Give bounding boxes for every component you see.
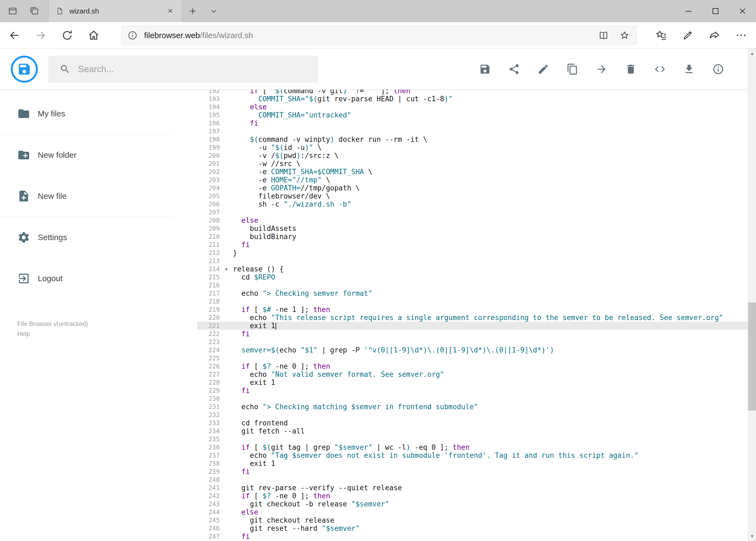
line-number[interactable]: 244	[197, 508, 220, 516]
line-number[interactable]: 199	[197, 144, 220, 152]
home-button[interactable]	[81, 22, 107, 49]
line-number[interactable]: 208	[197, 216, 220, 225]
code-line-228[interactable]: 228 exit 1	[197, 378, 748, 386]
code-line-220[interactable]: 220 echo "This release script requires a…	[197, 313, 748, 322]
code-line-232[interactable]: 232	[197, 411, 748, 419]
share-button[interactable]	[508, 63, 520, 75]
help-link[interactable]: Help	[17, 330, 30, 337]
code-line-211[interactable]: 211 fi	[197, 241, 748, 249]
code-line-192[interactable]: 192 if [ "$(command -v git)" != "" ]; th…	[197, 90, 748, 95]
code-line-241[interactable]: 241 git rev-parse --verify --quiet relea…	[197, 484, 748, 492]
line-number[interactable]: 227	[197, 370, 220, 378]
line-number[interactable]: 197	[197, 127, 220, 135]
code-line-234[interactable]: 234 git fetch --all	[197, 427, 748, 435]
line-number[interactable]: 204	[197, 184, 220, 192]
line-number[interactable]: 246	[197, 524, 220, 532]
tab-list-button[interactable]	[203, 0, 224, 22]
code-line-194[interactable]: 194 else	[197, 103, 748, 111]
code-line-221[interactable]: 221 exit 1	[197, 322, 748, 330]
line-number[interactable]: 232	[197, 411, 220, 419]
line-number[interactable]: 236	[197, 443, 220, 451]
code-line-240[interactable]: 240	[197, 476, 748, 484]
code-line-197[interactable]: 197	[197, 127, 748, 135]
line-number[interactable]: 212	[197, 249, 220, 257]
copy-button[interactable]	[567, 63, 579, 75]
line-number[interactable]: 229	[197, 386, 220, 395]
code-line-242[interactable]: 242 if [ $? -ne 0 ]; then	[197, 492, 748, 500]
code-line-215[interactable]: 215 cd $REPO	[197, 273, 748, 281]
scroll-up-arrow-icon[interactable]: ▲	[748, 49, 756, 58]
more-options-button[interactable]	[728, 22, 754, 49]
download-button[interactable]	[683, 63, 695, 75]
tab-preview-button[interactable]	[7, 5, 19, 17]
line-number[interactable]: 222	[197, 330, 220, 338]
code-line-199[interactable]: 199 -u "$(id -u)" \	[197, 144, 748, 152]
line-number[interactable]: 195	[197, 111, 220, 119]
info-button[interactable]	[712, 63, 724, 75]
line-number[interactable]: 198	[197, 135, 220, 144]
code-line-239[interactable]: 239 fi	[197, 467, 748, 476]
code-line-214[interactable]: 214▾release () {	[197, 265, 748, 273]
code-line-224[interactable]: 224 semver=$(echo "$1" | grep -P '^v(0|[…	[197, 346, 748, 354]
code-line-204[interactable]: 204 -e GOPATH=//tmp/gopath \	[197, 184, 748, 192]
code-line-208[interactable]: 208 else	[197, 216, 748, 225]
line-number[interactable]: 221	[197, 322, 220, 330]
line-number[interactable]: 217	[197, 289, 220, 297]
line-number[interactable]: 241	[197, 484, 220, 492]
hub-favorites-button[interactable]	[647, 22, 674, 49]
set-tabs-aside-button[interactable]	[28, 5, 40, 17]
line-number[interactable]: 209	[197, 225, 220, 233]
line-number[interactable]: 220	[197, 313, 220, 322]
line-number[interactable]: 228	[197, 378, 220, 386]
code-line-198[interactable]: 198 $(command -v winpty) docker run --rm…	[197, 135, 748, 144]
scrollbar-thumb[interactable]	[748, 302, 756, 410]
tab-close-button[interactable]	[165, 6, 175, 16]
code-line-235[interactable]: 235	[197, 435, 748, 443]
move-button[interactable]	[596, 63, 608, 75]
line-number[interactable]: 193	[197, 95, 220, 103]
code-line-196[interactable]: 196 fi	[197, 119, 748, 127]
code-line-200[interactable]: 200 -v /$(pwd):/src:z \	[197, 152, 748, 160]
refresh-button[interactable]	[54, 22, 81, 49]
sidebar-item-new-folder[interactable]: New folder	[0, 142, 178, 169]
code-line-218[interactable]: 218	[197, 297, 748, 305]
code-line-237[interactable]: 237 echo "Tag $semver does not exist in …	[197, 451, 748, 459]
code-line-226[interactable]: 226 if [ $? -ne 0 ]; then	[197, 362, 748, 370]
line-number[interactable]: 224	[197, 346, 220, 354]
line-number[interactable]: 207	[197, 208, 220, 216]
line-number[interactable]: 216	[197, 281, 220, 289]
line-number[interactable]: 203	[197, 176, 220, 184]
search-box[interactable]	[48, 56, 318, 83]
code-line-216[interactable]: 216	[197, 281, 748, 289]
code-line-231[interactable]: 231 echo "> Checking matching $semver in…	[197, 403, 748, 411]
site-info-icon[interactable]	[127, 30, 137, 41]
forward-button[interactable]	[28, 22, 54, 49]
code-line-219[interactable]: 219 if [ $# -ne 1 ]; then	[197, 305, 748, 313]
code-line-225[interactable]: 225	[197, 354, 748, 362]
line-number[interactable]: 192	[197, 90, 220, 95]
browser-tab[interactable]: wizard.sh	[49, 0, 182, 22]
new-tab-button[interactable]	[182, 0, 203, 22]
code-line-223[interactable]: 223	[197, 338, 748, 346]
delete-button[interactable]	[625, 63, 637, 75]
line-number[interactable]: 240	[197, 476, 220, 484]
line-number[interactable]: 242	[197, 492, 220, 500]
scroll-down-arrow-icon[interactable]: ▼	[748, 531, 756, 541]
line-number[interactable]: 215	[197, 273, 220, 281]
code-line-233[interactable]: 233 cd frontend	[197, 419, 748, 427]
code-line-229[interactable]: 229 fi	[197, 386, 748, 395]
fold-marker-icon[interactable]: ▾	[225, 266, 228, 272]
code-line-209[interactable]: 209 buildAssets	[197, 225, 748, 233]
line-number[interactable]: 231	[197, 403, 220, 411]
code-line-245[interactable]: 245 git checkout release	[197, 516, 748, 524]
code-line-210[interactable]: 210 buildBinary	[197, 233, 748, 241]
line-number[interactable]: 223	[197, 338, 220, 346]
search-input[interactable]	[78, 64, 298, 74]
line-number[interactable]: 239	[197, 467, 220, 476]
code-editor[interactable]: 192 if [ "$(command -v git)" != "" ]; th…	[197, 90, 748, 541]
line-number[interactable]: 213	[197, 257, 220, 265]
code-line-246[interactable]: 246 git reset --hard "$semver"	[197, 524, 748, 532]
code-line-205[interactable]: 205 filebrowser/dev \	[197, 192, 748, 200]
page-scrollbar[interactable]: ▲ ▼	[748, 49, 756, 541]
save-button[interactable]	[479, 63, 491, 75]
